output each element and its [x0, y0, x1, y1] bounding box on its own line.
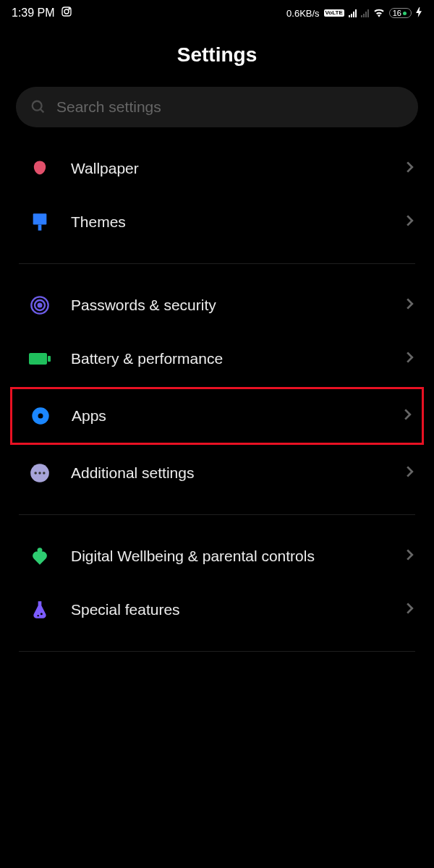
wifi-icon — [373, 7, 385, 20]
settings-item-additional-settings[interactable]: Additional settings — [3, 446, 431, 500]
themes-icon — [29, 211, 51, 233]
settings-item-themes[interactable]: Themes — [3, 195, 431, 249]
svg-point-13 — [38, 414, 43, 419]
divider — [19, 514, 415, 515]
fingerprint-icon — [29, 294, 51, 316]
volte-badge: VoLTE — [324, 9, 344, 17]
settings-item-wallpaper[interactable]: Wallpaper — [3, 142, 431, 195]
svg-point-16 — [38, 472, 41, 475]
svg-point-15 — [34, 472, 37, 475]
battery-icon — [29, 348, 51, 370]
svg-point-17 — [43, 472, 46, 475]
chevron-right-icon — [406, 465, 414, 481]
svg-rect-5 — [33, 213, 47, 224]
svg-point-1 — [64, 9, 69, 14]
page-title: Settings — [0, 26, 434, 87]
signal-icon-secondary — [361, 9, 369, 17]
status-time: 1:39 PM — [12, 7, 55, 20]
settings-item-special-features[interactable]: Special features — [3, 583, 431, 637]
settings-item-apps[interactable]: Apps — [10, 387, 424, 445]
svg-line-4 — [41, 109, 44, 113]
search-placeholder: Search settings — [56, 98, 161, 116]
svg-point-20 — [38, 615, 39, 616]
chevron-right-icon — [406, 548, 414, 564]
data-rate: 0.6KB/s — [286, 8, 320, 19]
chevron-right-icon — [406, 351, 414, 367]
charging-icon — [416, 7, 422, 20]
svg-point-19 — [41, 613, 43, 615]
settings-list: Wallpaper Themes Passwords & security Ba… — [0, 142, 434, 652]
gear-icon — [30, 405, 51, 427]
wallpaper-icon — [29, 158, 51, 179]
settings-item-label: Wallpaper — [71, 158, 386, 179]
search-icon — [30, 99, 46, 115]
divider — [19, 263, 415, 264]
svg-point-2 — [69, 9, 69, 9]
settings-item-label: Additional settings — [71, 463, 386, 483]
divider — [19, 651, 415, 652]
settings-item-label: Special features — [71, 600, 386, 620]
settings-item-passwords-security[interactable]: Passwords & security — [3, 278, 431, 332]
svg-rect-11 — [48, 356, 51, 362]
settings-item-label: Themes — [71, 212, 386, 232]
svg-rect-10 — [29, 353, 47, 365]
settings-item-label: Battery & performance — [71, 349, 386, 369]
battery-indicator: 16 — [389, 8, 412, 18]
status-bar: 1:39 PM 0.6KB/s VoLTE 16 — [0, 0, 434, 26]
settings-item-label: Passwords & security — [71, 295, 386, 315]
search-input[interactable]: Search settings — [16, 87, 418, 127]
chevron-right-icon — [406, 297, 414, 313]
chevron-right-icon — [404, 408, 412, 424]
settings-item-digital-wellbeing[interactable]: Digital Wellbeing & parental controls — [3, 529, 431, 583]
svg-point-3 — [33, 101, 42, 111]
flask-icon — [29, 599, 51, 621]
wellbeing-icon — [29, 545, 51, 567]
instagram-icon — [61, 6, 72, 20]
signal-icon — [349, 9, 357, 17]
svg-point-9 — [38, 304, 42, 307]
chevron-right-icon — [406, 602, 414, 618]
settings-item-label: Digital Wellbeing & parental controls — [71, 546, 386, 566]
chevron-right-icon — [406, 214, 414, 230]
dots-icon — [29, 462, 51, 484]
settings-item-battery-performance[interactable]: Battery & performance — [3, 332, 431, 386]
chevron-right-icon — [406, 161, 414, 176]
settings-item-label: Apps — [72, 406, 383, 426]
svg-rect-6 — [38, 225, 42, 231]
